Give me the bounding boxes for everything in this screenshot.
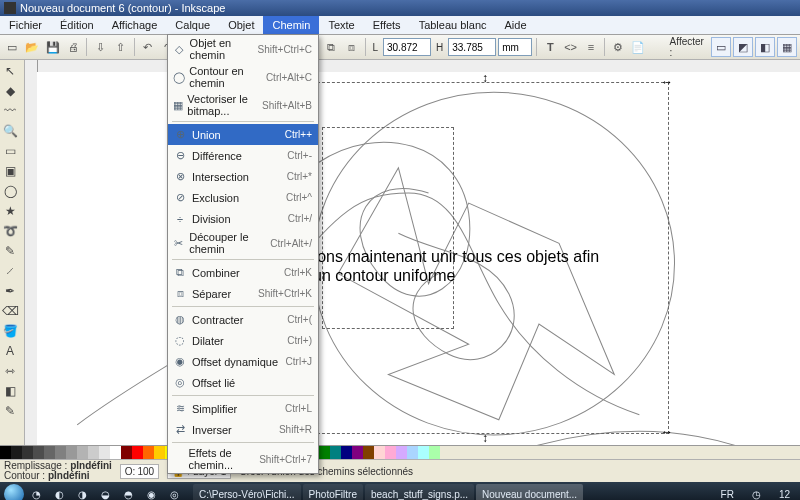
save-button[interactable]: 💾 bbox=[44, 37, 62, 57]
affect-pattern-button[interactable]: ▦ bbox=[777, 37, 797, 57]
color-swatch[interactable] bbox=[319, 446, 330, 459]
quicklaunch-icon[interactable]: ◒ bbox=[95, 484, 116, 500]
color-swatch[interactable] bbox=[396, 446, 407, 459]
quicklaunch-icon[interactable]: ◔ bbox=[26, 484, 47, 500]
new-doc-button[interactable]: ▭ bbox=[3, 37, 21, 57]
color-swatch[interactable] bbox=[77, 446, 88, 459]
align-button[interactable]: ≡ bbox=[582, 37, 600, 57]
color-swatch[interactable] bbox=[132, 446, 143, 459]
text-tool[interactable]: A bbox=[1, 342, 19, 360]
3dbox-tool[interactable]: ▣ bbox=[1, 162, 19, 180]
text-tool-button[interactable]: T bbox=[541, 37, 559, 57]
menu-item-intersection[interactable]: ⊗IntersectionCtrl+* bbox=[168, 166, 318, 187]
opacity-box[interactable]: O: 100 bbox=[120, 464, 159, 479]
color-swatch[interactable] bbox=[330, 446, 341, 459]
color-swatch[interactable] bbox=[22, 446, 33, 459]
taskbar-item[interactable]: beach_stuff_signs.p... bbox=[365, 484, 474, 500]
spiral-tool[interactable]: ➰ bbox=[1, 222, 19, 240]
taskbar-item[interactable]: PhotoFiltre bbox=[303, 484, 363, 500]
connector-tool[interactable]: ⇿ bbox=[1, 362, 19, 380]
color-swatch[interactable] bbox=[55, 446, 66, 459]
lang-indicator[interactable]: FR bbox=[715, 484, 740, 500]
color-swatch[interactable] bbox=[33, 446, 44, 459]
star-tool[interactable]: ★ bbox=[1, 202, 19, 220]
quicklaunch-icon[interactable]: ◎ bbox=[164, 484, 185, 500]
duplicate-button[interactable]: ⧉ bbox=[322, 37, 340, 57]
color-swatch[interactable] bbox=[143, 446, 154, 459]
undo-button[interactable]: ↶ bbox=[139, 37, 157, 57]
menu-item-combiner[interactable]: ⧉CombinerCtrl+K bbox=[168, 262, 318, 283]
quicklaunch-icon[interactable]: ◑ bbox=[72, 484, 93, 500]
menu-objet[interactable]: Objet bbox=[219, 16, 263, 34]
quicklaunch-icon[interactable]: ◓ bbox=[118, 484, 139, 500]
xml-button[interactable]: <> bbox=[561, 37, 579, 57]
units-field[interactable]: mm bbox=[498, 38, 532, 56]
import-button[interactable]: ⇩ bbox=[91, 37, 109, 57]
export-button[interactable]: ⇧ bbox=[111, 37, 129, 57]
menu-item-vectoriser-le-bitmap-[interactable]: ▦Vectoriser le bitmap...Shift+Alt+B bbox=[168, 91, 318, 119]
start-button[interactable] bbox=[4, 484, 24, 500]
color-swatch[interactable] bbox=[66, 446, 77, 459]
menu-item-objet-en-chemin[interactable]: ◇Objet en cheminShift+Ctrl+C bbox=[168, 35, 318, 63]
quicklaunch-icon[interactable]: ◐ bbox=[49, 484, 70, 500]
bezier-tool[interactable]: ⟋ bbox=[1, 262, 19, 280]
tweak-tool[interactable]: 〰 bbox=[1, 102, 19, 120]
height-field[interactable]: 33.785 bbox=[448, 38, 496, 56]
color-swatch[interactable] bbox=[121, 446, 132, 459]
node-tool[interactable]: ◆ bbox=[1, 82, 19, 100]
quicklaunch-icon[interactable]: ◉ bbox=[141, 484, 162, 500]
menu-texte[interactable]: Texte bbox=[319, 16, 363, 34]
selection-handle[interactable]: ↕ bbox=[482, 431, 488, 445]
menu-item-union[interactable]: ⊕UnionCtrl++ bbox=[168, 124, 318, 145]
color-swatch[interactable] bbox=[374, 446, 385, 459]
menu-item-division[interactable]: ÷DivisionCtrl+/ bbox=[168, 208, 318, 229]
print-button[interactable]: 🖨 bbox=[64, 37, 82, 57]
menu-item-exclusion[interactable]: ⊘ExclusionCtrl+^ bbox=[168, 187, 318, 208]
color-swatch[interactable] bbox=[418, 446, 429, 459]
menu-effets[interactable]: Effets bbox=[364, 16, 410, 34]
color-swatch[interactable] bbox=[44, 446, 55, 459]
clone-button[interactable]: ⧈ bbox=[342, 37, 360, 57]
eraser-tool[interactable]: ⌫ bbox=[1, 302, 19, 320]
color-swatch[interactable] bbox=[429, 446, 440, 459]
affect-corner-button[interactable]: ◩ bbox=[733, 37, 753, 57]
menu-item-offset-li-[interactable]: ◎Offset lié bbox=[168, 372, 318, 393]
menu-item-dilater[interactable]: ◌DilaterCtrl+) bbox=[168, 330, 318, 351]
affect-gradient-button[interactable]: ◧ bbox=[755, 37, 775, 57]
menu-item-offset-dynamique[interactable]: ◉Offset dynamiqueCtrl+J bbox=[168, 351, 318, 372]
doc-prefs-button[interactable]: 📄 bbox=[629, 37, 647, 57]
menu-item-simplifier[interactable]: ≋SimplifierCtrl+L bbox=[168, 398, 318, 419]
selection-handle[interactable]: ↕ bbox=[482, 71, 488, 85]
canvas-area[interactable]: ↔ ↕ ↔ ↔ ↕ ↔ nous allons maintenant unir … bbox=[25, 60, 800, 445]
menu-item-s-parer[interactable]: ⧈SéparerShift+Ctrl+K bbox=[168, 283, 318, 304]
menu-chemin[interactable]: Chemin bbox=[263, 16, 319, 34]
color-swatch[interactable] bbox=[407, 446, 418, 459]
rect-tool[interactable]: ▭ bbox=[1, 142, 19, 160]
menu-item-contour-en-chemin[interactable]: ◯Contour en cheminCtrl+Alt+C bbox=[168, 63, 318, 91]
color-swatch[interactable] bbox=[154, 446, 165, 459]
taskbar-item[interactable]: Nouveau document... bbox=[476, 484, 583, 500]
menu-calque[interactable]: Calque bbox=[166, 16, 219, 34]
dropper-tool[interactable]: ✎ bbox=[1, 402, 19, 420]
canvas[interactable]: ↔ ↕ ↔ ↔ ↕ ↔ nous allons maintenant unir … bbox=[37, 72, 800, 445]
color-swatch[interactable] bbox=[363, 446, 374, 459]
menu-item-d-couper-le-chemin[interactable]: ✂Découper le cheminCtrl+Alt+/ bbox=[168, 229, 318, 257]
calligraphy-tool[interactable]: ✒ bbox=[1, 282, 19, 300]
menu-affichage[interactable]: Affichage bbox=[103, 16, 167, 34]
color-swatch[interactable] bbox=[88, 446, 99, 459]
taskbar-item[interactable]: C:\Perso-Véro\Fichi... bbox=[193, 484, 301, 500]
selection-handle[interactable]: ↔ bbox=[661, 75, 673, 89]
menu-tableau blanc[interactable]: Tableau blanc bbox=[410, 16, 496, 34]
color-swatch[interactable] bbox=[341, 446, 352, 459]
ellipse-tool[interactable]: ◯ bbox=[1, 182, 19, 200]
tray-icon[interactable]: ◷ bbox=[746, 484, 767, 500]
prefs-button[interactable]: ⚙ bbox=[609, 37, 627, 57]
color-swatch[interactable] bbox=[11, 446, 22, 459]
menu-édition[interactable]: Édition bbox=[51, 16, 103, 34]
clock[interactable]: 12 bbox=[773, 484, 796, 500]
menu-aide[interactable]: Aide bbox=[496, 16, 536, 34]
color-swatch[interactable] bbox=[352, 446, 363, 459]
open-button[interactable]: 📂 bbox=[23, 37, 41, 57]
selection-handle[interactable]: ↔ bbox=[661, 425, 673, 439]
color-swatch[interactable] bbox=[110, 446, 121, 459]
